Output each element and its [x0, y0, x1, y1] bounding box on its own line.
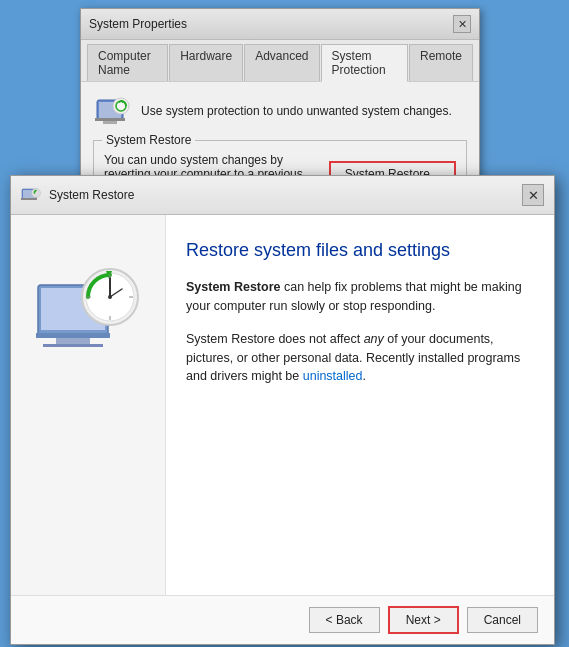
- dialog-title-left: System Restore: [21, 185, 134, 205]
- svg-rect-8: [21, 198, 37, 200]
- dialog-titlebar: System Restore ✕: [11, 176, 554, 215]
- tab-system-protection[interactable]: System Protection: [321, 44, 408, 82]
- dialog-icon: [21, 185, 41, 205]
- system-properties-header: Use system protection to undo unwanted s…: [93, 92, 467, 130]
- dialog-left-panel: [11, 215, 166, 595]
- paragraph1-bold: System Restore: [186, 280, 281, 294]
- tab-computer-name[interactable]: Computer Name: [87, 44, 168, 81]
- dialog-close-button[interactable]: ✕: [522, 184, 544, 206]
- dialog-paragraph-1: System Restore can help fix problems tha…: [186, 278, 534, 316]
- tab-hardware[interactable]: Hardware: [169, 44, 243, 81]
- paragraph2-end: .: [363, 369, 366, 383]
- system-properties-close-button[interactable]: ✕: [453, 15, 471, 33]
- paragraph2-link[interactable]: uninstalled: [303, 369, 363, 383]
- system-restore-dialog: System Restore ✕: [10, 175, 555, 645]
- system-protection-description: Use system protection to undo unwanted s…: [141, 104, 452, 118]
- next-button[interactable]: Next >: [388, 606, 459, 634]
- back-button[interactable]: < Back: [309, 607, 380, 633]
- svg-point-19: [108, 295, 112, 299]
- paragraph2-pre: System Restore does not affect: [186, 332, 364, 346]
- system-properties-title: System Properties: [89, 17, 187, 31]
- dialog-body: Restore system files and settings System…: [11, 215, 554, 595]
- dialog-footer: < Back Next > Cancel: [11, 595, 554, 644]
- svg-rect-14: [43, 344, 103, 347]
- svg-rect-3: [103, 121, 117, 124]
- dialog-right-panel: Restore system files and settings System…: [166, 215, 554, 595]
- svg-rect-13: [56, 338, 90, 344]
- system-restore-legend: System Restore: [102, 133, 195, 147]
- svg-rect-2: [95, 118, 125, 121]
- system-properties-titlebar: System Properties ✕: [81, 9, 479, 40]
- system-properties-tabs: Computer Name Hardware Advanced System P…: [81, 40, 479, 82]
- dialog-title-text: System Restore: [49, 188, 134, 202]
- cancel-button[interactable]: Cancel: [467, 607, 538, 633]
- paragraph2-any: any: [364, 332, 384, 346]
- dialog-main-title: Restore system files and settings: [186, 239, 534, 262]
- tab-remote[interactable]: Remote: [409, 44, 473, 81]
- svg-rect-12: [36, 333, 110, 338]
- dialog-paragraph-2: System Restore does not affect any of yo…: [186, 330, 534, 386]
- tab-advanced[interactable]: Advanced: [244, 44, 319, 81]
- system-protection-icon: [93, 92, 131, 130]
- restore-illustration: [28, 245, 148, 375]
